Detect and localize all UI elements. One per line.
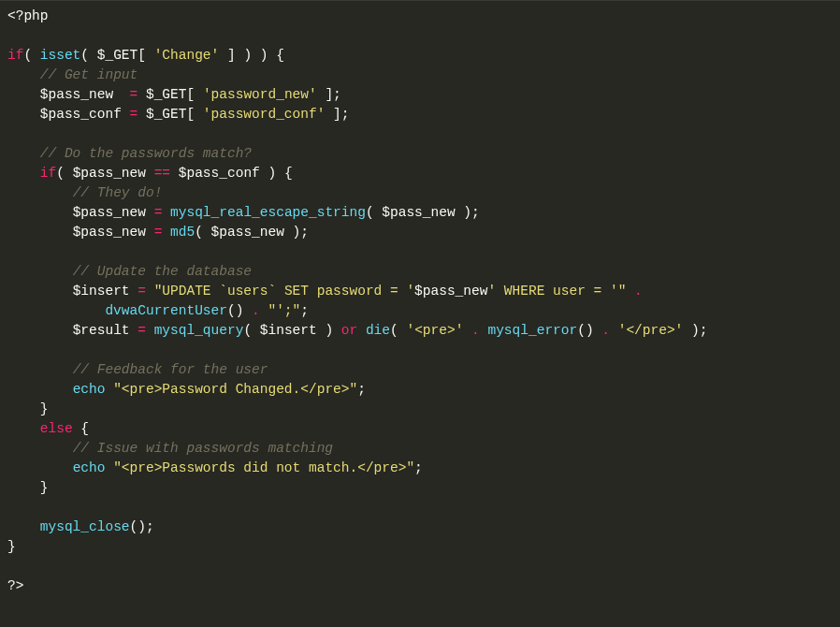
token-p: [ [186,87,202,102]
token-op: . [252,303,260,318]
token-p: } [7,539,16,554]
token-v: $pass_new [73,205,146,220]
token-s: "';" [268,303,300,318]
token-f: mysql_query [154,323,244,338]
token-k: else [40,421,73,436]
token-p [170,166,179,181]
token-f: dvwaCurrentUser [105,303,227,318]
code-editor[interactable]: <?php if( isset( $_GET[ 'Change' ] ) ) {… [0,0,840,627]
token-v: $pass_conf [40,107,122,122]
token-p [105,460,113,475]
token-p: () [577,323,601,338]
token-p [122,107,130,122]
token-v: $pass_new [73,166,146,181]
token-p [138,87,146,102]
token-f: isset [40,48,81,63]
token-s: 'password_new' [203,87,317,102]
token-p: ); [683,323,707,338]
token-s: "UPDATE `users` SET password = ' [154,284,414,299]
token-tag: <?php [7,8,49,23]
token-v: $pass_new [211,225,284,240]
token-p [146,166,154,181]
token-p: ; [300,303,309,318]
token-f: md5 [170,225,195,240]
token-c: // Get input [40,67,138,82]
token-c: // Feedback for the user [73,362,268,377]
token-p: ]; [317,87,341,102]
token-k: or [341,323,357,338]
token-v: $pass_new [414,284,487,299]
token-p: ); [456,205,480,220]
token-p: } [40,480,49,495]
token-p [113,87,129,102]
token-v: $insert [73,284,130,299]
token-p [130,284,138,299]
token-p: ); [284,225,309,240]
token-v: $_GET [146,87,187,102]
token-op: = [138,323,146,338]
token-p: ] ) ) { [219,48,284,63]
token-c: // Update the database [73,264,252,279]
token-k: if [40,166,56,181]
token-p: ( [366,205,382,220]
token-p: ( [80,48,96,63]
token-op: == [154,166,170,181]
token-f: mysql_error [487,323,577,338]
token-f: die [366,323,390,338]
token-p: ; [357,382,366,397]
token-s: 'Change' [154,48,220,63]
token-p [130,323,138,338]
token-c: // They do! [73,185,163,200]
token-c: // Issue with passwords matching [73,441,333,456]
token-p: } [40,401,49,416]
token-p [146,205,154,220]
token-p: [ [138,48,153,63]
token-v: $pass_new [40,87,113,102]
token-c: // Do the passwords match? [40,146,252,161]
token-p: ]; [325,107,349,122]
token-s: 'password_conf' [203,107,326,122]
token-op: . [471,323,480,338]
token-p: ( [56,166,72,181]
token-k: if [7,48,23,63]
token-f: mysql_close [40,519,130,534]
token-p: ( [390,323,406,338]
token-p: (); [130,519,154,534]
token-s: '<pre>' [406,323,463,338]
token-p [610,323,618,338]
token-p: ) [317,323,341,338]
token-op: = [138,284,146,299]
token-p: () [227,303,252,318]
token-v: $insert [260,323,317,338]
token-p: ( [23,48,39,63]
token-s: "<pre>Password Changed.</pre>" [113,382,357,397]
token-v: $pass_new [382,205,455,220]
token-v: $result [73,323,130,338]
token-p [626,284,634,299]
token-p: ) { [260,166,293,181]
token-op: = [130,107,138,122]
token-v: $_GET [97,48,138,63]
token-op: = [130,87,138,102]
token-v: $_GET [146,107,187,122]
token-p [643,284,651,299]
token-op: . [634,284,643,299]
token-s: '</pre>' [618,323,684,338]
token-op: . [601,323,610,338]
token-s: "<pre>Passwords did not match.</pre>" [113,460,414,475]
token-p [357,323,366,338]
token-s: ' WHERE user = '" [487,284,626,299]
token-p: ; [414,460,423,475]
token-v: $pass_conf [179,166,260,181]
token-v: $pass_new [73,225,146,240]
token-p [146,284,154,299]
token-tag: ?> [7,578,23,593]
token-p: ( [195,225,210,240]
token-p: { [73,421,89,436]
token-p [162,205,170,220]
token-p: [ [186,107,202,122]
token-p [105,382,113,397]
token-p [463,323,471,338]
token-p [162,225,170,240]
token-f: echo [73,382,106,397]
